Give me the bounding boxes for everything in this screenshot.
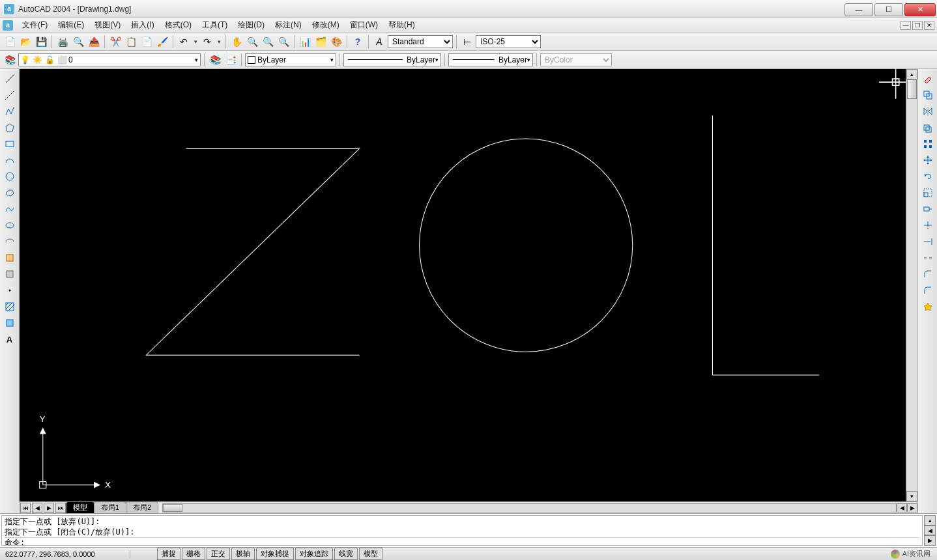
explode-button[interactable] <box>921 300 935 314</box>
chamfer-button[interactable] <box>921 267 935 281</box>
menu-file[interactable]: 文件(F) <box>17 18 53 32</box>
scroll-up-button[interactable]: ▴ <box>906 69 917 79</box>
drawing-canvas[interactable]: X Y <box>20 69 906 501</box>
point-button[interactable] <box>3 283 17 298</box>
trim-button[interactable] <box>921 218 935 232</box>
vertical-scrollbar[interactable]: ▴ ▾ <box>906 69 917 501</box>
circle-button[interactable] <box>3 169 17 184</box>
osnap-toggle[interactable]: 对象捕捉 <box>256 548 294 560</box>
copy-button[interactable]: 📋 <box>124 35 138 49</box>
scroll-down-button[interactable]: ▾ <box>906 491 917 501</box>
match-properties-button[interactable]: 🖌️ <box>155 35 169 49</box>
design-center-button[interactable]: 🗂️ <box>313 35 328 49</box>
publish-button[interactable]: 📤 <box>87 35 101 49</box>
command-input[interactable] <box>25 539 919 546</box>
scale-button[interactable] <box>921 186 935 200</box>
cmd-scroll-left[interactable]: ◀ <box>924 525 936 536</box>
erase-button[interactable] <box>921 72 935 86</box>
mdi-restore-button[interactable]: ❐ <box>912 21 923 30</box>
tab-layout1[interactable]: 布局1 <box>94 501 126 514</box>
insert-block-button[interactable] <box>3 251 17 265</box>
coordinates-display[interactable]: 622.0777, 296.7683, 0.0000 <box>0 550 130 558</box>
layer-previous-button[interactable]: 📚 <box>208 53 222 67</box>
line-button[interactable] <box>3 72 17 86</box>
polyline-button[interactable] <box>3 104 17 119</box>
print-button[interactable]: 🖨️ <box>55 35 70 49</box>
grid-toggle[interactable]: 栅格 <box>182 548 205 560</box>
region-button[interactable] <box>3 316 17 330</box>
lwt-toggle[interactable]: 线宽 <box>334 548 358 560</box>
menu-edit[interactable]: 编辑(E) <box>53 18 89 32</box>
construction-line-button[interactable] <box>3 88 17 102</box>
open-button[interactable]: 📂 <box>18 35 33 49</box>
cmd-scroll-up[interactable]: ▴ <box>924 515 936 525</box>
tabs-prev-button[interactable]: ◀ <box>32 503 42 513</box>
properties-button[interactable]: 📊 <box>298 35 312 49</box>
zoom-window-button[interactable]: 🔍 <box>261 35 275 49</box>
tab-layout2[interactable]: 布局2 <box>126 501 158 514</box>
menu-draw[interactable]: 绘图(D) <box>233 18 270 32</box>
menu-tools[interactable]: 工具(T) <box>197 18 233 32</box>
menu-window[interactable]: 窗口(W) <box>345 18 383 32</box>
menu-insert[interactable]: 插入(I) <box>126 18 159 32</box>
paste-button[interactable]: 📄 <box>139 35 154 49</box>
dim-style-select[interactable]: ISO-25 <box>476 35 541 48</box>
extend-button[interactable] <box>921 234 935 249</box>
rectangle-button[interactable] <box>3 137 17 151</box>
offset-button[interactable] <box>921 120 935 135</box>
pan-button[interactable]: ✋ <box>229 35 244 49</box>
mirror-button[interactable] <box>921 104 935 119</box>
linetype-combo[interactable]: ByLayer ▾ <box>343 53 441 66</box>
color-combo[interactable]: ByLayer ▾ <box>245 53 336 66</box>
polar-toggle[interactable]: 极轴 <box>231 548 255 560</box>
redo-dropdown[interactable]: ▾ <box>216 35 222 49</box>
menu-format[interactable]: 格式(O) <box>160 18 197 32</box>
tool-palettes-button[interactable]: 🎨 <box>329 35 343 49</box>
hscroll-left-button[interactable]: ◀ <box>897 503 907 512</box>
text-style-select[interactable]: Standard <box>388 35 453 48</box>
otrack-toggle[interactable]: 对象追踪 <box>295 548 333 560</box>
zoom-realtime-button[interactable]: 🔍 <box>245 35 259 49</box>
fillet-button[interactable] <box>921 283 935 298</box>
revcloud-button[interactable] <box>3 186 17 200</box>
zoom-previous-button[interactable]: 🔍 <box>276 35 291 49</box>
layer-combo[interactable]: 💡 ☀️ 🔓 ⬜ 0 ▾ <box>18 53 201 66</box>
lineweight-combo[interactable]: ByLayer ▾ <box>448 53 533 66</box>
undo-button[interactable]: ↶ <box>177 35 191 49</box>
redo-button[interactable]: ↷ <box>200 35 214 49</box>
text-button[interactable]: A <box>3 332 17 346</box>
minimize-button[interactable]: — <box>844 3 873 16</box>
menu-view[interactable]: 视图(V) <box>89 18 126 32</box>
polygon-button[interactable] <box>3 120 17 135</box>
model-toggle[interactable]: 模型 <box>359 548 382 560</box>
doc-icon[interactable]: a <box>3 20 13 31</box>
new-button[interactable]: 📄 <box>3 35 17 49</box>
cmd-scroll-right[interactable]: ▶ <box>924 535 936 546</box>
dim-style-button[interactable]: ⊢ <box>460 35 474 49</box>
hscroll-track[interactable] <box>162 503 897 512</box>
snap-toggle[interactable]: 捕捉 <box>157 548 180 560</box>
cut-button[interactable]: ✂️ <box>108 35 123 49</box>
menu-help[interactable]: 帮助(H) <box>383 18 420 32</box>
vscroll-track[interactable] <box>906 79 917 491</box>
ellipse-arc-button[interactable] <box>3 234 17 249</box>
spline-button[interactable] <box>3 202 17 216</box>
array-button[interactable] <box>921 137 935 151</box>
make-block-button[interactable] <box>3 267 17 281</box>
stretch-button[interactable] <box>921 202 935 216</box>
hscroll-thumb[interactable] <box>163 504 182 512</box>
hscroll-right-button[interactable]: ▶ <box>907 503 917 512</box>
tab-model[interactable]: 模型 <box>66 501 94 514</box>
mdi-minimize-button[interactable]: — <box>901 21 911 30</box>
close-button[interactable]: ✕ <box>904 3 936 16</box>
hatch-button[interactable] <box>3 300 17 314</box>
save-button[interactable]: 💾 <box>34 35 48 49</box>
print-preview-button[interactable]: 🔍 <box>71 35 85 49</box>
rotate-button[interactable] <box>921 169 935 184</box>
menu-dimension[interactable]: 标注(N) <box>270 18 307 32</box>
layer-manager-button[interactable]: 📚 <box>3 53 17 67</box>
break-button[interactable] <box>921 251 935 265</box>
help-button[interactable]: ? <box>351 35 365 49</box>
mdi-close-button[interactable]: ✕ <box>924 21 934 30</box>
menu-modify[interactable]: 修改(M) <box>307 18 345 32</box>
